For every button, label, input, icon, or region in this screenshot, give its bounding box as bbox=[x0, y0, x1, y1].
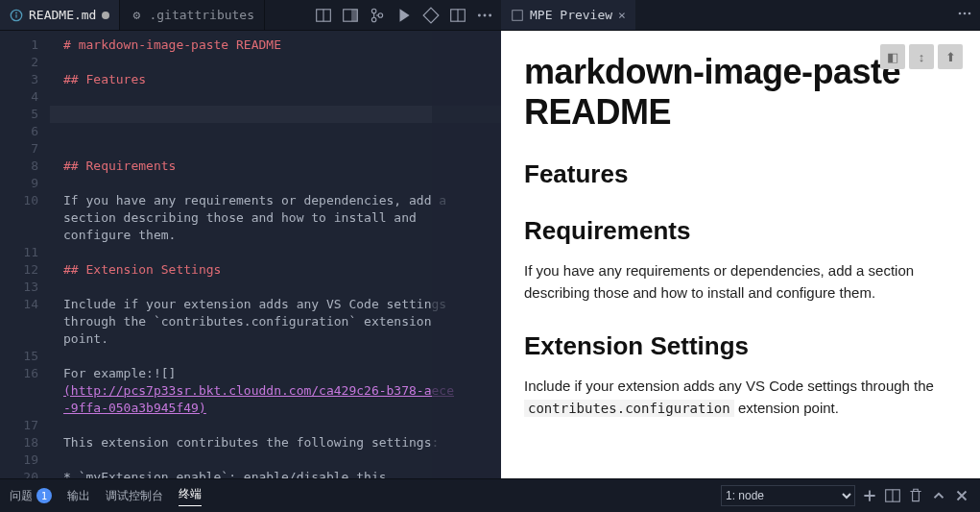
preview-h2-features: Features bbox=[524, 159, 957, 189]
split-terminal-icon[interactable] bbox=[884, 487, 901, 504]
panel-tabbar: 问题1 输出 调试控制台 终端 1: node bbox=[0, 478, 980, 512]
maximize-panel-icon[interactable] bbox=[930, 487, 947, 504]
svg-point-7 bbox=[371, 9, 376, 13]
close-icon[interactable]: × bbox=[618, 8, 626, 22]
preview-tabbar: MPE Preview × bbox=[501, 0, 980, 31]
more-icon[interactable] bbox=[476, 7, 493, 24]
svg-rect-2 bbox=[15, 14, 16, 18]
info-icon bbox=[10, 9, 23, 22]
preview-more-icon[interactable] bbox=[949, 6, 980, 24]
close-panel-icon[interactable] bbox=[953, 487, 970, 504]
svg-rect-6 bbox=[351, 9, 357, 20]
svg-point-8 bbox=[371, 17, 376, 22]
tab-gitattributes[interactable]: ⚙ .gitattributes bbox=[120, 0, 265, 30]
tab-label: README.md bbox=[29, 8, 96, 22]
editor-pane: README.md ⚙ .gitattributes 1234567891011… bbox=[0, 0, 501, 478]
dirty-indicator-icon bbox=[102, 12, 109, 19]
split-editor-icon[interactable] bbox=[449, 7, 466, 24]
svg-point-16 bbox=[959, 12, 962, 15]
panel-tab-output[interactable]: 输出 bbox=[67, 488, 90, 504]
diff-icon[interactable] bbox=[422, 7, 440, 24]
new-terminal-icon[interactable] bbox=[861, 487, 878, 504]
panel-tab-debug[interactable]: 调试控制台 bbox=[106, 488, 163, 504]
preview-paragraph: If you have any requirements or dependen… bbox=[524, 259, 957, 305]
preview-h2-requirements: Requirements bbox=[524, 216, 957, 246]
panel-tab-problems[interactable]: 问题1 bbox=[10, 488, 52, 504]
preview-tool-2-icon[interactable]: ↕ bbox=[909, 44, 934, 69]
svg-point-1 bbox=[15, 12, 17, 13]
svg-point-17 bbox=[964, 12, 967, 15]
svg-point-13 bbox=[484, 13, 487, 16]
preview-h2-extension-settings: Extension Settings bbox=[524, 331, 957, 361]
svg-point-9 bbox=[378, 12, 383, 17]
git-icon[interactable] bbox=[369, 7, 386, 24]
problems-badge: 1 bbox=[36, 488, 52, 503]
terminal-select[interactable]: 1: node bbox=[721, 485, 855, 506]
tab-label: .gitattributes bbox=[149, 8, 254, 22]
preview-pane: MPE Preview × ◧ ↕ ⬆ markdown-image-paste… bbox=[501, 0, 980, 478]
tab-readme[interactable]: README.md bbox=[0, 0, 120, 30]
open-preview-side-icon[interactable] bbox=[342, 7, 359, 24]
svg-point-14 bbox=[489, 13, 491, 16]
file-icon: ⚙ bbox=[130, 9, 143, 22]
toggle-preview-icon[interactable] bbox=[315, 7, 332, 24]
svg-rect-15 bbox=[513, 10, 523, 20]
back-to-top-icon[interactable]: ⬆ bbox=[938, 44, 963, 69]
editor-body: 1234567891011121314151617181920 # markdo… bbox=[0, 31, 501, 478]
panel-tab-terminal[interactable]: 终端 bbox=[179, 486, 202, 506]
preview-icon bbox=[511, 9, 524, 22]
svg-point-12 bbox=[478, 13, 481, 16]
code-area[interactable]: # markdown-image-paste README## Features… bbox=[50, 31, 501, 478]
preview-tool-1-icon[interactable]: ◧ bbox=[880, 44, 905, 69]
editor-tabbar: README.md ⚙ .gitattributes bbox=[0, 0, 501, 31]
svg-point-18 bbox=[968, 12, 971, 15]
tab-mpe-preview[interactable]: MPE Preview × bbox=[501, 0, 635, 30]
preview-paragraph: Include if your extension adds any VS Co… bbox=[524, 375, 957, 420]
editor-actions bbox=[307, 0, 501, 30]
run-icon[interactable] bbox=[395, 7, 413, 24]
trash-icon[interactable] bbox=[907, 487, 924, 504]
markdown-preview[interactable]: ◧ ↕ ⬆ markdown-image-paste README Featur… bbox=[501, 31, 980, 478]
preview-tab-label: MPE Preview bbox=[530, 8, 612, 22]
line-gutter: 1234567891011121314151617181920 bbox=[0, 31, 50, 478]
